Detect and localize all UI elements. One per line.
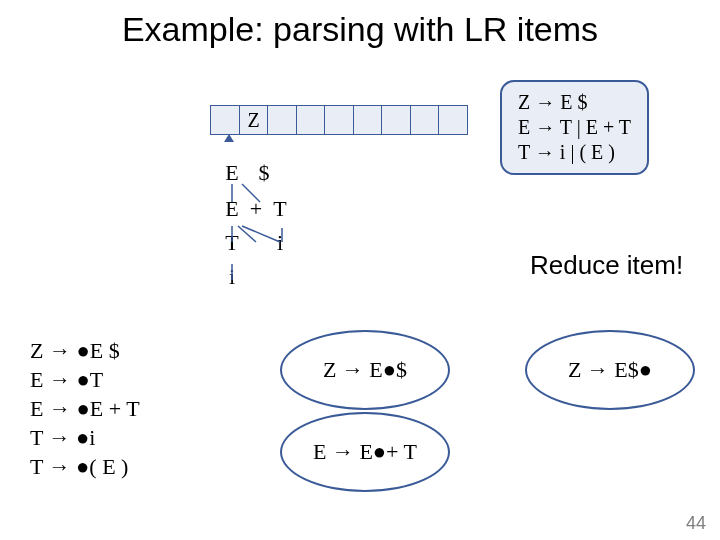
lr-item: T → ●i bbox=[30, 423, 140, 452]
grammar-line: Z → E $ bbox=[518, 90, 631, 115]
tree-node-i: i bbox=[220, 264, 244, 290]
tree-node-plus: + bbox=[244, 196, 268, 222]
tree-node-E: E bbox=[220, 160, 244, 186]
stack-cell bbox=[438, 105, 468, 135]
tree-node-T: T bbox=[220, 230, 244, 256]
reduce-item-label: Reduce item! bbox=[530, 250, 683, 281]
parse-stack: Z bbox=[210, 105, 468, 135]
parse-tree: E $ E + T T i i bbox=[220, 160, 340, 290]
lr-item-ellipse: E → E●+ T bbox=[280, 412, 450, 492]
tree-node-T: T bbox=[268, 196, 292, 222]
lr-items-left: Z → ●E $ E → ●T E → ●E + T T → ●i T → ●(… bbox=[30, 336, 140, 481]
stack-cell bbox=[210, 105, 240, 135]
lr-item: Z → E$● bbox=[568, 357, 652, 383]
lr-item: E → ●E + T bbox=[30, 394, 140, 423]
lr-item: Z → ●E $ bbox=[30, 336, 140, 365]
stack-cell bbox=[381, 105, 411, 135]
stack-cell bbox=[296, 105, 326, 135]
lr-item: E → E●+ T bbox=[313, 439, 417, 465]
lr-item: Z → E●$ bbox=[323, 357, 407, 383]
grammar-line: T → i | ( E ) bbox=[518, 140, 631, 165]
tree-node-dollar: $ bbox=[252, 160, 276, 186]
page-title: Example: parsing with LR items bbox=[0, 10, 720, 49]
lr-item: T → ●( E ) bbox=[30, 452, 140, 481]
grammar-line: E → T | E + T bbox=[518, 115, 631, 140]
stack-cell bbox=[410, 105, 440, 135]
tree-node-i: i bbox=[268, 230, 292, 256]
tree-node-E: E bbox=[220, 196, 244, 222]
lr-item-ellipse: Z → E●$ bbox=[280, 330, 450, 410]
grammar-box: Z → E $ E → T | E + T T → i | ( E ) bbox=[500, 80, 649, 175]
stack-cell bbox=[267, 105, 297, 135]
caret-up-icon bbox=[224, 134, 234, 142]
stack-cell bbox=[353, 105, 383, 135]
lr-item-ellipse: Z → E$● bbox=[525, 330, 695, 410]
lr-item: E → ●T bbox=[30, 365, 140, 394]
stack-cell bbox=[324, 105, 354, 135]
stack-cell: Z bbox=[239, 105, 269, 135]
slide-number: 44 bbox=[686, 513, 706, 534]
